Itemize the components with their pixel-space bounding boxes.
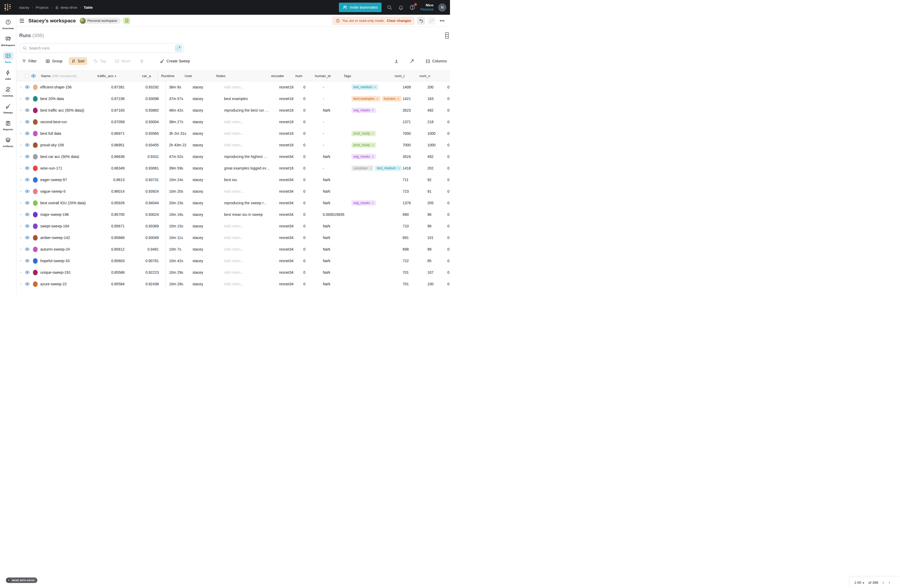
notes-field[interactable]: Add notes...	[224, 282, 279, 286]
table-row[interactable]: major-sweep-1960.857050.9302410m 16sstac…	[16, 209, 450, 220]
column-header-runtime[interactable]: Runtime	[157, 71, 185, 81]
select-all-checkbox[interactable]	[25, 74, 29, 78]
notifications-bell-icon[interactable]	[397, 4, 404, 11]
visibility-eye-icon[interactable]	[25, 213, 33, 217]
table-row[interactable]: best car acc (50% data)0.866380.933147m …	[16, 151, 450, 162]
notes-field[interactable]: great examples logged ev…	[224, 166, 279, 170]
breadcrumb-project[interactable]: deep-drive	[55, 6, 78, 9]
notes-field[interactable]: best iou	[224, 178, 279, 182]
visibility-eye-icon[interactable]	[25, 166, 33, 170]
column-header-human-id[interactable]: human_id	[315, 74, 344, 78]
drag-handle[interactable]	[16, 214, 25, 215]
table-row[interactable]: swept-sweep-1640.856710.9336910m 15sstac…	[16, 220, 450, 232]
save-view-icon[interactable]	[123, 17, 130, 24]
notes-field[interactable]: Add notes...	[224, 235, 279, 240]
drag-handle[interactable]	[16, 260, 25, 262]
visibility-eye-icon[interactable]	[25, 132, 33, 135]
drag-handle[interactable]	[16, 249, 25, 250]
create-sweep-button[interactable]: Create Sweep	[157, 57, 193, 65]
overflow-menu-icon[interactable]: •••	[438, 17, 446, 24]
drag-handle[interactable]	[16, 272, 25, 273]
notes-field[interactable]: best examples	[224, 97, 279, 101]
breadcrumb-entity[interactable]: stacey	[19, 6, 29, 9]
sidebar-item-runs[interactable]: Runs	[0, 52, 16, 69]
run-name-link[interactable]: hopeful-sweep-33	[40, 259, 70, 263]
notes-field[interactable]: reproducing the best run …	[224, 108, 279, 112]
tag-chip[interactable]: prod_ready✕	[352, 142, 376, 148]
tag-chip[interactable]: humans✕	[382, 96, 402, 101]
sidebar-item-artifacts[interactable]: Artifacts	[0, 136, 16, 153]
tag-chip[interactable]: seg_masks✕	[352, 154, 376, 159]
table-row[interactable]: azure-sweep-220.855840.9243810m 28sstace…	[16, 278, 450, 290]
user-scope[interactable]: Personal	[421, 8, 433, 12]
notes-field[interactable]: Add notes...	[224, 224, 279, 228]
tag-chip[interactable]: best examples✕	[352, 96, 380, 101]
columns-button[interactable]: Columns	[425, 57, 447, 65]
notes-field[interactable]: Add notes...	[224, 247, 279, 251]
notes-field[interactable]: reproducing the sweep r…	[224, 201, 279, 205]
notes-field[interactable]: Add notes...	[224, 143, 279, 147]
drag-handle[interactable]	[16, 133, 25, 134]
breadcrumb-projects[interactable]: Projects	[36, 6, 48, 9]
run-name-link[interactable]: swept-sweep-164	[40, 224, 69, 228]
notes-field[interactable]: Add notes...	[224, 85, 279, 89]
sidebar-item-jobs[interactable]: Jobs	[0, 69, 16, 85]
run-name-link[interactable]: best traffic acc (50% data))	[40, 108, 84, 112]
visibility-eye-icon[interactable]	[25, 224, 33, 228]
drag-handle[interactable]	[16, 121, 25, 122]
run-name-link[interactable]: second-best-run	[40, 120, 67, 124]
remove-tag-icon[interactable]: ✕	[397, 167, 400, 170]
visibility-eye-icon[interactable]	[25, 201, 33, 205]
tag-chip[interactable]: candidate✕	[352, 166, 373, 171]
menu-hamburger-icon[interactable]	[20, 19, 24, 23]
table-row[interactable]: proud-sky-1580.869510.934552h 43m 22stac…	[16, 139, 450, 151]
visibility-eye-icon[interactable]	[25, 85, 33, 89]
remove-tag-icon[interactable]: ✕	[397, 97, 399, 101]
run-name-link[interactable]: best 20% data	[40, 97, 64, 101]
column-header-name[interactable]: Name (398 visualized)	[41, 74, 76, 78]
visibility-eye-icon[interactable]	[25, 155, 33, 158]
column-header-tags[interactable]: Tags	[344, 74, 395, 78]
run-name-link[interactable]: proud-sky-158	[40, 143, 64, 147]
table-row[interactable]: hopeful-sweep-330.856030.9078110m 42ssta…	[16, 255, 450, 267]
magic-wand-icon[interactable]	[409, 57, 415, 65]
table-row[interactable]: best traffic acc (50% data))0.871830.938…	[16, 105, 450, 116]
workspace-selector[interactable]: Personal workspace	[83, 18, 121, 24]
drag-handle[interactable]	[16, 168, 25, 169]
drag-handle[interactable]	[16, 191, 25, 192]
notes-field[interactable]: best mean iou in sweep	[224, 212, 279, 217]
drag-handle[interactable]	[16, 226, 25, 227]
run-name-link[interactable]: azure-sweep-22	[40, 282, 67, 286]
remove-tag-icon[interactable]: ✕	[371, 155, 374, 158]
run-name-link[interactable]: efficient-shape-156	[40, 85, 71, 89]
run-name-link[interactable]: amber-sweep-142	[40, 235, 70, 240]
column-header-user[interactable]: User	[185, 74, 216, 78]
notes-field[interactable]: Add notes...	[224, 120, 279, 124]
run-name-link[interactable]: unique-sweep-191	[40, 270, 71, 274]
table-row[interactable]: second-best-run0.870580.9300438m 27sstac…	[16, 116, 450, 128]
drag-handle[interactable]	[16, 87, 25, 88]
remove-tag-icon[interactable]: ✕	[371, 132, 374, 135]
sidebar-item-workspace[interactable]: Workspace	[0, 35, 16, 52]
sidebar-item-sweeps[interactable]: Sweeps	[0, 102, 16, 119]
run-name-link[interactable]: best car acc (50% data)	[40, 155, 79, 159]
column-header-num-v[interactable]: num_v	[419, 74, 439, 78]
remove-tag-icon[interactable]: ✕	[371, 144, 374, 147]
drag-handle[interactable]	[16, 203, 25, 203]
remove-tag-icon[interactable]: ✕	[371, 201, 374, 205]
tag-chip[interactable]: test_medium✕	[375, 166, 402, 171]
column-header-traffic-acc[interactable]: traffic_acc▼	[93, 74, 116, 78]
sort-button[interactable]: Sort	[69, 57, 87, 65]
sidebar-item-reports[interactable]: Reports	[0, 119, 16, 136]
column-header-encoder[interactable]: encoder	[271, 74, 295, 78]
table-row[interactable]: best 20% data0.872380.9309837m 57sstacey…	[16, 93, 450, 105]
table-row[interactable]: amber-sweep-1420.856680.9304910m 11sstac…	[16, 232, 450, 243]
help-icon[interactable]	[409, 4, 416, 11]
visibility-eye-icon[interactable]	[25, 178, 33, 182]
table-row[interactable]: eager-sweep-970.86130.9373110m 24sstacey…	[16, 174, 450, 186]
clear-changes-link[interactable]: Clear changes	[387, 19, 411, 23]
table-row[interactable]: efficient-shape-1560.873910.9329238m 9ss…	[16, 81, 450, 93]
table-row[interactable]: wise-sun-1710.863490.9306139m 59sstaceyg…	[16, 162, 450, 174]
column-header-num-t[interactable]: num_t	[395, 74, 419, 78]
visibility-eye-icon[interactable]	[25, 189, 33, 193]
